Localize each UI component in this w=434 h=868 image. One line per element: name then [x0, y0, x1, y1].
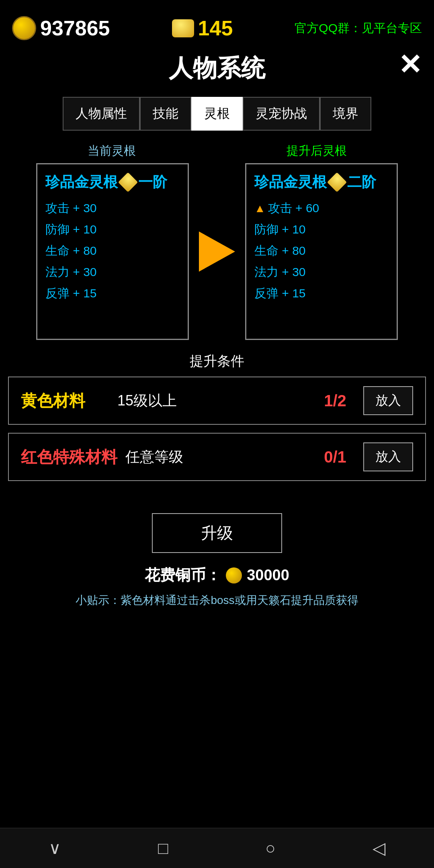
cost-coin-icon	[226, 567, 242, 583]
gold-icon	[172, 19, 194, 37]
current-card: 珍品金灵根 一阶 攻击 + 30 防御 + 10 生命 + 80 法力 + 30…	[36, 163, 189, 340]
stat-hp-upgraded: 生命 + 80	[254, 243, 389, 259]
cost-area: 花费铜币： 30000	[0, 561, 434, 590]
material-row-red: 红色特殊材料 任意等级 0/1 放入	[8, 433, 426, 481]
nav-back-icon[interactable]: ◁	[373, 838, 385, 858]
upgraded-card-rank: 二阶	[347, 172, 376, 192]
gold-area: 145	[172, 16, 233, 40]
tab-spirit-root[interactable]: 灵根	[191, 97, 243, 131]
upgrade-arrow-icon	[199, 231, 235, 272]
gold-amount: 145	[198, 16, 233, 40]
cards-row: 珍品金灵根 一阶 攻击 + 30 防御 + 10 生命 + 80 法力 + 30…	[0, 163, 434, 340]
bottom-nav: ∨ □ ○ ◁	[0, 828, 434, 868]
upgraded-card-name: 珍品金灵根	[254, 172, 327, 192]
stat-reflect-current: 反弹 + 15	[45, 285, 180, 302]
upgrade-button[interactable]: 升级	[152, 513, 282, 553]
current-card-title: 珍品金灵根 一阶	[45, 172, 180, 192]
red-material-count: 0/1	[315, 448, 355, 466]
tip-text: 小贴示：紫色材料通过击杀boss或用天籁石提升品质获得	[0, 590, 434, 611]
gem-icon-upgraded	[327, 172, 347, 192]
qq-label: 官方QQ群：见平台专区	[295, 20, 422, 37]
stat-mp-current: 法力 + 30	[45, 264, 180, 280]
red-material-level: 任意等级	[125, 447, 307, 467]
current-card-rank: 一阶	[138, 172, 167, 192]
header: 937865 145 官方QQ群：见平台专区	[0, 0, 434, 44]
arrow-area	[189, 231, 245, 272]
close-button[interactable]: ✕	[398, 48, 422, 81]
stat-attack-current: 攻击 + 30	[45, 200, 180, 217]
yellow-material-name: 黄色材料	[21, 390, 109, 412]
upgraded-card: 珍品金灵根 二阶 ▲ 攻击 + 60 防御 + 10 生命 + 80 法力 + …	[245, 163, 398, 340]
nav-square-icon[interactable]: □	[158, 839, 168, 858]
current-root-label: 当前灵根	[88, 143, 136, 159]
upgrade-condition-label: 提升条件	[0, 340, 434, 377]
coin-icon	[12, 16, 36, 40]
current-card-name: 珍品金灵根	[45, 172, 118, 192]
red-material-name: 红色特殊材料	[21, 446, 117, 468]
upgrade-btn-area: 升级	[0, 489, 434, 561]
cost-amount: 30000	[247, 567, 289, 584]
yellow-place-button[interactable]: 放入	[363, 386, 413, 415]
subtitle-row: 当前灵根 提升后灵根	[0, 139, 434, 163]
gem-icon-current	[118, 172, 138, 192]
tab-pet-battle[interactable]: 灵宠协战	[243, 97, 320, 131]
coin-amount: 937865	[40, 16, 110, 40]
upgraded-root-label: 提升后灵根	[287, 143, 347, 159]
yellow-material-level: 15级以上	[117, 391, 307, 411]
page-title: 人物系统	[169, 55, 265, 82]
yellow-material-count: 1/2	[315, 392, 355, 410]
stat-hp-current: 生命 + 80	[45, 243, 180, 259]
stat-defense-upgraded: 防御 + 10	[254, 221, 389, 238]
stat-reflect-upgraded: 反弹 + 15	[254, 285, 389, 302]
tab-bar: 人物属性 技能 灵根 灵宠协战 境界	[0, 89, 434, 139]
coin-area: 937865	[12, 16, 110, 40]
tab-skills[interactable]: 技能	[140, 97, 191, 131]
nav-home-icon[interactable]: ○	[265, 839, 275, 858]
stat-mp-upgraded: 法力 + 30	[254, 264, 389, 280]
red-place-button[interactable]: 放入	[363, 442, 413, 471]
stat-attack-upgraded: ▲ 攻击 + 60	[254, 200, 389, 217]
cost-label: 花费铜币：	[145, 565, 221, 585]
tab-attributes[interactable]: 人物属性	[63, 97, 140, 131]
tab-realm[interactable]: 境界	[320, 97, 371, 131]
material-row-yellow: 黄色材料 15级以上 1/2 放入	[8, 377, 426, 425]
title-area: 人物系统 ✕	[0, 44, 434, 89]
up-arrow-icon: ▲	[254, 202, 266, 215]
nav-down-icon[interactable]: ∨	[49, 838, 61, 858]
stat-defense-current: 防御 + 10	[45, 221, 180, 238]
upgraded-card-title: 珍品金灵根 二阶	[254, 172, 389, 192]
